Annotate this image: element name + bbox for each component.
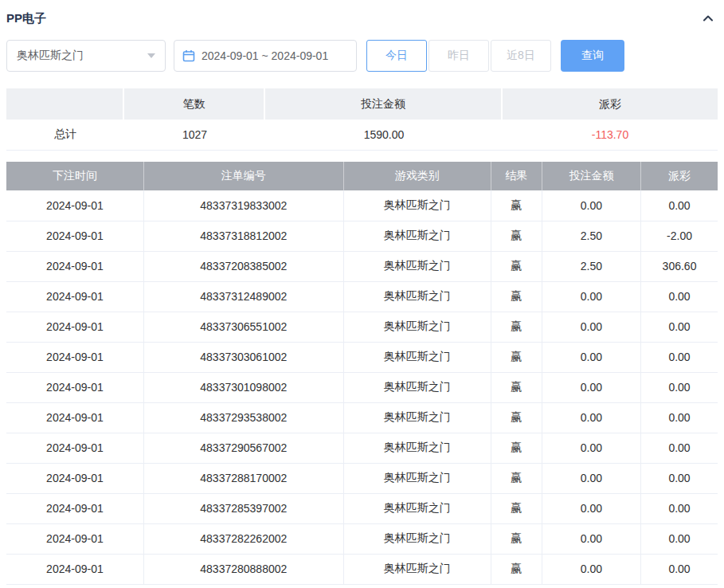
table-cell: 赢 bbox=[491, 251, 542, 281]
table-cell: 赢 bbox=[491, 312, 542, 342]
table-row: 2024-09-0148337303061002奥林匹斯之门赢0.000.00 bbox=[6, 342, 718, 372]
table-cell: 2024-09-01 bbox=[6, 463, 143, 493]
summary-total-row: 总计 1027 1590.00 -113.70 bbox=[6, 120, 718, 151]
table-cell: 2024-09-01 bbox=[6, 554, 143, 584]
table-cell: 0.00 bbox=[542, 190, 640, 221]
table-cell: 0.00 bbox=[641, 523, 718, 554]
page-title: PP电子 bbox=[6, 11, 46, 26]
table-cell: 2024-09-01 bbox=[6, 342, 143, 372]
table-cell: 0.00 bbox=[542, 281, 640, 312]
table-cell: 0.00 bbox=[542, 493, 640, 523]
table-cell: 赢 bbox=[491, 372, 542, 402]
table-cell: 奥林匹斯之门 bbox=[343, 281, 491, 312]
table-row: 2024-09-0148337282262002奥林匹斯之门赢0.000.00 bbox=[6, 523, 718, 554]
table-cell: 48337303061002 bbox=[143, 342, 343, 372]
yesterday-button[interactable]: 昨日 bbox=[429, 40, 489, 72]
table-cell: 奥林匹斯之门 bbox=[343, 433, 491, 463]
table-cell: 奥林匹斯之门 bbox=[343, 221, 491, 251]
table-cell: 0.00 bbox=[641, 493, 718, 523]
table-cell: 0.00 bbox=[641, 463, 718, 493]
pp-electronic-panel: PP电子 奥林匹斯之门 2024-09-01 ~ 2024-09-01 bbox=[0, 0, 724, 588]
table-cell: 48337312489002 bbox=[143, 281, 343, 312]
chevron-down-icon bbox=[147, 53, 155, 58]
table-cell: 0.00 bbox=[542, 433, 640, 463]
calendar-icon bbox=[182, 49, 195, 62]
table-row: 2024-09-0148337285397002奥林匹斯之门赢0.000.00 bbox=[6, 493, 718, 523]
filter-bar: 奥林匹斯之门 2024-09-01 ~ 2024-09-01 今日 昨日 近8日… bbox=[6, 40, 718, 72]
table-cell: 2024-09-01 bbox=[6, 402, 143, 433]
last-8-days-button[interactable]: 近8日 bbox=[491, 40, 551, 72]
summary-bet-amount-value: 1590.00 bbox=[265, 120, 503, 151]
table-cell: 奥林匹斯之门 bbox=[343, 342, 491, 372]
table-cell: 0.00 bbox=[542, 463, 640, 493]
table-cell: 48337282262002 bbox=[143, 523, 343, 554]
summary-payout-value: -113.70 bbox=[503, 120, 718, 151]
header-bet-amount: 投注金额 bbox=[542, 162, 640, 190]
header-result: 结果 bbox=[491, 162, 542, 190]
header-order-number: 注单编号 bbox=[143, 162, 343, 190]
table-cell: 奥林匹斯之门 bbox=[343, 402, 491, 433]
table-cell: 赢 bbox=[491, 190, 542, 221]
table-cell: 奥林匹斯之门 bbox=[343, 463, 491, 493]
summary-header-count: 笔数 bbox=[124, 88, 265, 120]
table-row: 2024-09-0148337319833002奥林匹斯之门赢0.000.00 bbox=[6, 190, 718, 221]
table-cell: 2024-09-01 bbox=[6, 523, 143, 554]
table-cell: 赢 bbox=[491, 281, 542, 312]
table-cell: 赢 bbox=[491, 221, 542, 251]
table-row: 2024-09-0148337288170002奥林匹斯之门赢0.000.00 bbox=[6, 463, 718, 493]
table-row: 2024-09-0148337306551002奥林匹斯之门赢0.000.00 bbox=[6, 312, 718, 342]
table-cell: 奥林匹斯之门 bbox=[343, 493, 491, 523]
game-select-value: 奥林匹斯之门 bbox=[17, 49, 84, 63]
collapse-chevron-up-icon[interactable] bbox=[699, 9, 718, 28]
table-cell: 赢 bbox=[491, 554, 542, 584]
table-cell: 2024-09-01 bbox=[6, 251, 143, 281]
table-cell: 0.00 bbox=[641, 190, 718, 221]
table-cell: 赢 bbox=[491, 433, 542, 463]
game-select[interactable]: 奥林匹斯之门 bbox=[6, 40, 166, 72]
table-cell: 2.50 bbox=[542, 221, 640, 251]
today-button[interactable]: 今日 bbox=[366, 40, 427, 72]
table-cell: 48337285397002 bbox=[143, 493, 343, 523]
table-row: 2024-09-0148337293538002奥林匹斯之门赢0.000.00 bbox=[6, 402, 718, 433]
summary-header-bet-amount: 投注金额 bbox=[265, 88, 503, 120]
table-cell: 2024-09-01 bbox=[6, 493, 143, 523]
table-row: 2024-09-0148337301098002奥林匹斯之门赢0.000.00 bbox=[6, 372, 718, 402]
table-cell: -2.00 bbox=[641, 221, 718, 251]
summary-count-value: 1027 bbox=[124, 120, 265, 151]
table-cell: 奥林匹斯之门 bbox=[343, 372, 491, 402]
summary-total-label: 总计 bbox=[6, 120, 124, 151]
table-cell: 48337319833002 bbox=[143, 190, 343, 221]
table-cell: 2024-09-01 bbox=[6, 433, 143, 463]
table-cell: 306.60 bbox=[641, 251, 718, 281]
query-button[interactable]: 查询 bbox=[561, 40, 624, 72]
table-cell: 奥林匹斯之门 bbox=[343, 251, 491, 281]
table-header-row: 下注时间 注单编号 游戏类别 结果 投注金额 派彩 bbox=[6, 162, 718, 190]
table-cell: 奥林匹斯之门 bbox=[343, 554, 491, 584]
table-cell: 2024-09-01 bbox=[6, 190, 143, 221]
table-cell: 0.00 bbox=[641, 433, 718, 463]
table-cell: 奥林匹斯之门 bbox=[343, 190, 491, 221]
table-cell: 0.00 bbox=[542, 372, 640, 402]
table-cell: 奥林匹斯之门 bbox=[343, 523, 491, 554]
table-cell: 2024-09-01 bbox=[6, 372, 143, 402]
table-cell: 赢 bbox=[491, 493, 542, 523]
table-row: 2024-09-0148337312489002奥林匹斯之门赢0.000.00 bbox=[6, 281, 718, 312]
date-range-value: 2024-09-01 ~ 2024-09-01 bbox=[202, 49, 328, 62]
table-row: 2024-09-0148337318812002奥林匹斯之门赢2.50-2.00 bbox=[6, 221, 718, 251]
table-cell: 赢 bbox=[491, 463, 542, 493]
header-payout: 派彩 bbox=[641, 162, 718, 190]
table-cell: 48337288170002 bbox=[143, 463, 343, 493]
summary-header-row: 笔数 投注金额 派彩 bbox=[6, 88, 718, 120]
panel-header: PP电子 bbox=[6, 0, 718, 37]
table-cell: 48337293538002 bbox=[143, 402, 343, 433]
table-cell: 0.00 bbox=[542, 402, 640, 433]
date-range-picker[interactable]: 2024-09-01 ~ 2024-09-01 bbox=[174, 40, 357, 72]
table-cell: 赢 bbox=[491, 402, 542, 433]
table-cell: 48337306551002 bbox=[143, 312, 343, 342]
summary-table: 笔数 投注金额 派彩 总计 1027 1590.00 -113.70 bbox=[6, 88, 718, 151]
table-cell: 0.00 bbox=[542, 312, 640, 342]
summary-header-payout: 派彩 bbox=[503, 88, 718, 120]
table-cell: 奥林匹斯之门 bbox=[343, 312, 491, 342]
bet-records-table: 下注时间 注单编号 游戏类别 结果 投注金额 派彩 2024-09-014833… bbox=[6, 162, 718, 585]
table-cell: 0.00 bbox=[641, 342, 718, 372]
